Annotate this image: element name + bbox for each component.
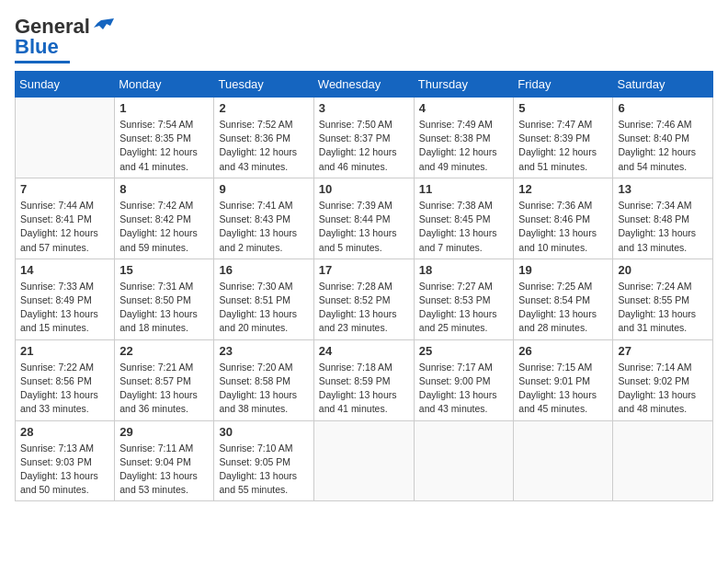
- day-info: Sunrise: 7:41 AMSunset: 8:43 PMDaylight:…: [219, 199, 308, 255]
- day-info: Sunrise: 7:34 AMSunset: 8:48 PMDaylight:…: [618, 199, 708, 255]
- calendar-cell: 6Sunrise: 7:46 AMSunset: 8:40 PMDaylight…: [613, 98, 713, 178]
- day-info: Sunrise: 7:17 AMSunset: 9:00 PMDaylight:…: [419, 361, 509, 417]
- day-info: Sunrise: 7:25 AMSunset: 8:54 PMDaylight:…: [518, 280, 608, 336]
- calendar-cell: 1Sunrise: 7:54 AMSunset: 8:35 PMDaylight…: [115, 98, 214, 178]
- day-number: 22: [119, 344, 209, 358]
- day-number: 1: [119, 101, 209, 115]
- day-header-saturday: Saturday: [613, 72, 713, 98]
- day-number: 15: [119, 263, 209, 277]
- calendar-cell: 11Sunrise: 7:38 AMSunset: 8:45 PMDayligh…: [414, 178, 514, 259]
- day-info: Sunrise: 7:31 AMSunset: 8:50 PMDaylight:…: [119, 280, 209, 336]
- calendar-cell: 24Sunrise: 7:18 AMSunset: 8:59 PMDayligh…: [313, 339, 414, 420]
- day-info: Sunrise: 7:18 AMSunset: 8:59 PMDaylight:…: [319, 361, 409, 417]
- calendar-cell: [313, 420, 414, 501]
- day-number: 6: [618, 101, 708, 115]
- calendar-cell: 5Sunrise: 7:47 AMSunset: 8:39 PMDaylight…: [514, 98, 613, 178]
- day-info: Sunrise: 7:44 AMSunset: 8:41 PMDaylight:…: [20, 199, 109, 255]
- calendar-cell: 3Sunrise: 7:50 AMSunset: 8:37 PMDaylight…: [313, 98, 414, 178]
- page-header: General Blue: [15, 15, 713, 63]
- calendar-cell: 23Sunrise: 7:20 AMSunset: 8:58 PMDayligh…: [214, 339, 313, 420]
- day-header-sunday: Sunday: [16, 72, 115, 98]
- day-info: Sunrise: 7:33 AMSunset: 8:49 PMDaylight:…: [20, 280, 109, 336]
- day-number: 28: [20, 425, 109, 439]
- day-header-tuesday: Tuesday: [214, 72, 313, 98]
- calendar-cell: 2Sunrise: 7:52 AMSunset: 8:36 PMDaylight…: [214, 98, 313, 178]
- day-info: Sunrise: 7:36 AMSunset: 8:46 PMDaylight:…: [518, 199, 608, 255]
- day-info: Sunrise: 7:15 AMSunset: 9:01 PMDaylight:…: [518, 361, 608, 417]
- calendar-header-row: SundayMondayTuesdayWednesdayThursdayFrid…: [16, 72, 713, 98]
- day-number: 11: [419, 182, 509, 196]
- day-number: 9: [219, 182, 308, 196]
- day-number: 23: [219, 344, 308, 358]
- day-number: 4: [419, 101, 509, 115]
- calendar-cell: 21Sunrise: 7:22 AMSunset: 8:56 PMDayligh…: [16, 339, 115, 420]
- week-row-4: 21Sunrise: 7:22 AMSunset: 8:56 PMDayligh…: [16, 339, 713, 420]
- calendar-cell: 26Sunrise: 7:15 AMSunset: 9:01 PMDayligh…: [514, 339, 613, 420]
- logo-bird-icon: [94, 17, 114, 37]
- day-number: 26: [518, 344, 608, 358]
- week-row-3: 14Sunrise: 7:33 AMSunset: 8:49 PMDayligh…: [16, 259, 713, 339]
- day-number: 5: [518, 101, 608, 115]
- day-number: 30: [219, 425, 308, 439]
- calendar-cell: [514, 420, 613, 501]
- calendar-cell: 14Sunrise: 7:33 AMSunset: 8:49 PMDayligh…: [16, 259, 115, 339]
- calendar-cell: 29Sunrise: 7:11 AMSunset: 9:04 PMDayligh…: [115, 420, 214, 501]
- day-number: 10: [319, 182, 409, 196]
- day-number: 16: [219, 263, 308, 277]
- calendar-cell: 15Sunrise: 7:31 AMSunset: 8:50 PMDayligh…: [115, 259, 214, 339]
- calendar-cell: [613, 420, 713, 501]
- day-info: Sunrise: 7:42 AMSunset: 8:42 PMDaylight:…: [119, 199, 209, 255]
- day-info: Sunrise: 7:28 AMSunset: 8:52 PMDaylight:…: [319, 280, 409, 336]
- day-info: Sunrise: 7:24 AMSunset: 8:55 PMDaylight:…: [618, 280, 708, 336]
- day-number: 19: [518, 263, 608, 277]
- day-number: 29: [119, 425, 209, 439]
- day-number: 8: [119, 182, 209, 196]
- calendar-cell: [16, 98, 115, 178]
- day-number: 27: [618, 344, 708, 358]
- day-number: 17: [319, 263, 409, 277]
- calendar-cell: 18Sunrise: 7:27 AMSunset: 8:53 PMDayligh…: [414, 259, 514, 339]
- logo: General Blue: [15, 15, 114, 63]
- calendar-cell: 9Sunrise: 7:41 AMSunset: 8:43 PMDaylight…: [214, 178, 313, 259]
- day-info: Sunrise: 7:49 AMSunset: 8:38 PMDaylight:…: [419, 118, 509, 174]
- day-number: 18: [419, 263, 509, 277]
- day-number: 3: [319, 101, 409, 115]
- week-row-2: 7Sunrise: 7:44 AMSunset: 8:41 PMDaylight…: [16, 178, 713, 259]
- calendar-cell: 16Sunrise: 7:30 AMSunset: 8:51 PMDayligh…: [214, 259, 313, 339]
- calendar-cell: 17Sunrise: 7:28 AMSunset: 8:52 PMDayligh…: [313, 259, 414, 339]
- day-info: Sunrise: 7:39 AMSunset: 8:44 PMDaylight:…: [319, 199, 409, 255]
- week-row-1: 1Sunrise: 7:54 AMSunset: 8:35 PMDaylight…: [16, 98, 713, 178]
- calendar-body: 1Sunrise: 7:54 AMSunset: 8:35 PMDaylight…: [16, 98, 713, 501]
- calendar-cell: 20Sunrise: 7:24 AMSunset: 8:55 PMDayligh…: [613, 259, 713, 339]
- calendar-table: SundayMondayTuesdayWednesdayThursdayFrid…: [15, 71, 713, 501]
- calendar-cell: 25Sunrise: 7:17 AMSunset: 9:00 PMDayligh…: [414, 339, 514, 420]
- day-number: 2: [219, 101, 308, 115]
- calendar-cell: 27Sunrise: 7:14 AMSunset: 9:02 PMDayligh…: [613, 339, 713, 420]
- calendar-cell: 8Sunrise: 7:42 AMSunset: 8:42 PMDaylight…: [115, 178, 214, 259]
- calendar-cell: 22Sunrise: 7:21 AMSunset: 8:57 PMDayligh…: [115, 339, 214, 420]
- logo-underline: [15, 61, 70, 63]
- day-info: Sunrise: 7:46 AMSunset: 8:40 PMDaylight:…: [618, 118, 708, 174]
- day-info: Sunrise: 7:11 AMSunset: 9:04 PMDaylight:…: [119, 442, 209, 498]
- calendar-cell: 7Sunrise: 7:44 AMSunset: 8:41 PMDaylight…: [16, 178, 115, 259]
- day-info: Sunrise: 7:50 AMSunset: 8:37 PMDaylight:…: [319, 118, 409, 174]
- day-number: 12: [518, 182, 608, 196]
- day-number: 13: [618, 182, 708, 196]
- day-info: Sunrise: 7:22 AMSunset: 8:56 PMDaylight:…: [20, 361, 109, 417]
- day-info: Sunrise: 7:54 AMSunset: 8:35 PMDaylight:…: [119, 118, 209, 174]
- day-header-wednesday: Wednesday: [313, 72, 414, 98]
- day-number: 14: [20, 263, 109, 277]
- day-number: 21: [20, 344, 109, 358]
- day-info: Sunrise: 7:21 AMSunset: 8:57 PMDaylight:…: [119, 361, 209, 417]
- calendar-cell: [414, 420, 514, 501]
- week-row-5: 28Sunrise: 7:13 AMSunset: 9:03 PMDayligh…: [16, 420, 713, 501]
- day-number: 7: [20, 182, 109, 196]
- day-info: Sunrise: 7:27 AMSunset: 8:53 PMDaylight:…: [419, 280, 509, 336]
- svg-marker-0: [94, 18, 114, 29]
- calendar-cell: 30Sunrise: 7:10 AMSunset: 9:05 PMDayligh…: [214, 420, 313, 501]
- day-info: Sunrise: 7:10 AMSunset: 9:05 PMDaylight:…: [219, 442, 308, 498]
- calendar-cell: 12Sunrise: 7:36 AMSunset: 8:46 PMDayligh…: [514, 178, 613, 259]
- day-header-friday: Friday: [514, 72, 613, 98]
- calendar-cell: 28Sunrise: 7:13 AMSunset: 9:03 PMDayligh…: [16, 420, 115, 501]
- calendar-cell: 4Sunrise: 7:49 AMSunset: 8:38 PMDaylight…: [414, 98, 514, 178]
